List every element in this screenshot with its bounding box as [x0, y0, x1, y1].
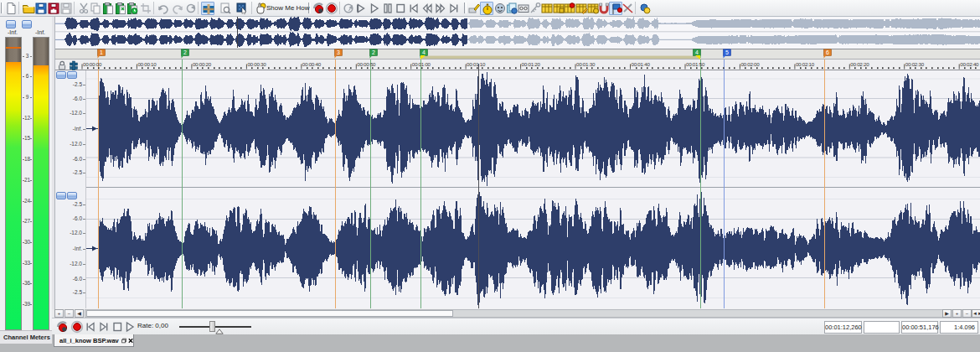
svg-text:00:02:10: 00:02:10	[796, 61, 815, 67]
svg-text:00:02:20: 00:02:20	[850, 61, 869, 67]
svg-text:00:01:10: 00:01:10	[467, 61, 486, 67]
svg-text:00:01:00: 00:01:00	[412, 61, 431, 67]
svg-text:00:00:50: 00:00:50	[357, 61, 376, 67]
svg-text:1: 1	[100, 49, 103, 55]
svg-text:00:02:40: 00:02:40	[960, 61, 979, 67]
svg-text:00:01:30: 00:01:30	[576, 61, 596, 67]
svg-text:2: 2	[183, 49, 187, 55]
svg-text:00:02:30: 00:02:30	[905, 61, 925, 67]
svg-text:00:02:00: 00:02:00	[740, 61, 760, 67]
svg-text:4: 4	[422, 49, 426, 55]
svg-text:6: 6	[826, 49, 829, 55]
svg-text:00:01:40: 00:01:40	[632, 61, 651, 67]
svg-text:00:01:50: 00:01:50	[686, 61, 705, 67]
svg-text:3: 3	[337, 49, 340, 55]
svg-text:4: 4	[695, 49, 699, 55]
svg-text:00:00:20: 00:00:20	[193, 61, 212, 67]
svg-text:2: 2	[372, 49, 375, 55]
svg-text:00:00:30: 00:00:30	[247, 61, 266, 67]
svg-text:00:00:00: 00:00:00	[83, 61, 102, 67]
svg-text:00:00:10: 00:00:10	[137, 61, 157, 67]
svg-text:00:01:20: 00:01:20	[522, 61, 541, 67]
svg-text:00:00:40: 00:00:40	[302, 61, 322, 67]
svg-text:5: 5	[725, 49, 729, 55]
